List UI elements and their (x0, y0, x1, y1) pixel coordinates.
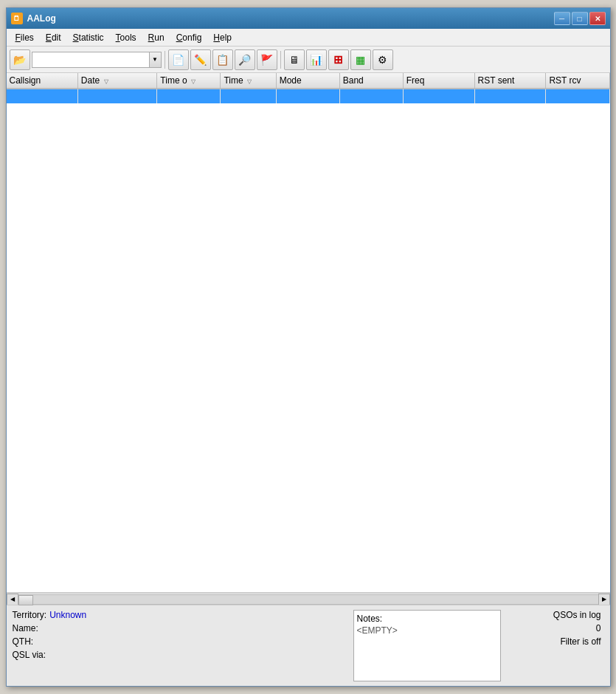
menu-statistic[interactable]: Statistic (67, 31, 110, 44)
col-timeo-sort-icon: ▽ (191, 78, 195, 85)
chart-button[interactable]: 📊 (306, 49, 327, 70)
flag-button[interactable]: 🚩 (257, 49, 277, 70)
menu-config-label: Config (176, 32, 202, 43)
title-controls: ─ □ ✕ (554, 12, 606, 25)
filter-status-label: Filter is off (560, 636, 601, 647)
search-icon: 🔎 (238, 54, 251, 66)
title-bar-left: 🗒 AALog (11, 13, 56, 24)
qth-row: QTH: (13, 636, 346, 647)
col-rstrcv-label: RST rcv (549, 75, 581, 86)
qso-count-value: 0 (596, 623, 601, 633)
window-title: AALog (27, 13, 56, 24)
col-rstsent-label: RST sent (478, 75, 515, 86)
notes-content: <EMPTY> (357, 625, 497, 636)
col-header-callsign[interactable]: Callsign (7, 73, 78, 89)
menu-help-label: Help (213, 32, 232, 43)
col-time-sort-icon: ▽ (247, 78, 252, 85)
menu-statistic-label: Statistic (73, 32, 104, 43)
name-row: Name: (13, 623, 346, 633)
menu-run-label: Run (148, 32, 165, 43)
edit-icon: ✏️ (194, 54, 207, 66)
col-freq-label: Freq (406, 75, 425, 86)
new-doc-icon: 📄 (172, 54, 184, 66)
toolbar-sep-2 (280, 51, 281, 69)
main-window: 🗒 AALog ─ □ ✕ Files Edit Statistic Tools… (6, 7, 611, 687)
menu-edit-label: Edit (46, 32, 61, 43)
minimize-button[interactable]: ─ (554, 12, 570, 25)
delete-button[interactable]: 📋 (212, 49, 233, 70)
log-selector-dropdown[interactable]: ▼ (150, 52, 162, 68)
col-mode-label: Mode (280, 75, 302, 86)
cell-timeo (157, 89, 221, 103)
dropdown-arrow-icon: ▼ (152, 56, 158, 63)
new-doc-button[interactable]: 📄 (168, 49, 189, 70)
menu-files-label: Files (15, 32, 34, 43)
search-button[interactable]: 🔎 (235, 49, 255, 70)
log-table: Callsign Date ▽ Time o ▽ Time ▽ (7, 73, 610, 103)
menu-config[interactable]: Config (170, 31, 208, 44)
col-header-band[interactable]: Band (339, 73, 403, 89)
table-row[interactable] (7, 89, 610, 103)
cell-mode (276, 89, 339, 103)
qso-status: QSOs in log 0 Filter is off (508, 610, 604, 681)
col-header-freq[interactable]: Freq (403, 73, 474, 89)
menu-edit[interactable]: Edit (40, 31, 67, 44)
col-callsign-label: Callsign (10, 75, 41, 86)
horizontal-scrollbar[interactable]: ◀ ▶ (7, 593, 610, 605)
qth-label: QTH: (13, 636, 34, 647)
notes-title: Notes: (357, 614, 497, 624)
log-selector-input[interactable] (32, 52, 150, 68)
scroll-thumb[interactable] (18, 595, 33, 605)
station-info: Territory: Unknown Name: QTH: QSL via: (13, 610, 346, 681)
cell-time (221, 89, 276, 103)
scroll-track[interactable] (18, 594, 598, 605)
status-bar: Territory: Unknown Name: QTH: QSL via: N… (7, 605, 610, 686)
col-header-date[interactable]: Date ▽ (77, 73, 157, 89)
log-selector-combo: ▼ (32, 52, 162, 68)
scroll-left-button[interactable]: ◀ (7, 594, 18, 605)
cell-date (77, 89, 157, 103)
territory-row: Territory: Unknown (13, 610, 346, 620)
menu-bar: Files Edit Statistic Tools Run Config He… (7, 29, 610, 47)
cell-freq (403, 89, 474, 103)
table-header-row: Callsign Date ▽ Time o ▽ Time ▽ (7, 73, 610, 89)
menu-tools[interactable]: Tools (110, 31, 142, 44)
col-header-mode[interactable]: Mode (276, 73, 339, 89)
col-header-timeo[interactable]: Time o ▽ (157, 73, 221, 89)
chart-icon: 📊 (310, 54, 322, 66)
col-header-time[interactable]: Time ▽ (221, 73, 276, 89)
grid2-button[interactable]: ▦ (350, 49, 371, 70)
col-timeo-label: Time o (160, 75, 187, 86)
flag-icon: 🚩 (260, 54, 273, 66)
qso-in-log-label: QSOs in log (553, 610, 601, 620)
cell-rstrcv (546, 89, 609, 103)
col-header-rstsent[interactable]: RST sent (474, 73, 546, 89)
col-band-label: Band (343, 75, 364, 86)
scroll-right-icon: ▶ (602, 596, 606, 602)
grid1-button[interactable]: ⊞ (328, 49, 349, 70)
toolbar-sep-1 (165, 51, 165, 69)
menu-run[interactable]: Run (142, 31, 170, 44)
qsl-row: QSL via: (13, 650, 346, 660)
qsl-label: QSL via: (13, 650, 46, 660)
monitor-button[interactable]: 🖥 (284, 49, 305, 70)
menu-help[interactable]: Help (207, 31, 238, 44)
open-folder-button[interactable]: 📂 (10, 49, 30, 70)
restore-button[interactable]: □ (572, 12, 588, 25)
toolbar: 📂 ▼ 📄 ✏️ 📋 🔎 🚩 (7, 47, 610, 73)
cell-rstsent (474, 89, 546, 103)
scroll-right-button[interactable]: ▶ (598, 594, 610, 605)
notes-box: Notes: <EMPTY> (353, 610, 501, 681)
delete-icon: 📋 (216, 54, 229, 66)
name-label: Name: (13, 623, 38, 633)
menu-tools-label: Tools (116, 32, 136, 43)
close-button[interactable]: ✕ (589, 12, 606, 25)
app-icon: 🗒 (11, 13, 23, 24)
menu-files[interactable]: Files (10, 31, 40, 44)
edit-button[interactable]: ✏️ (190, 49, 211, 70)
settings-button[interactable]: ⚙ (373, 49, 393, 70)
log-table-container[interactable]: Callsign Date ▽ Time o ▽ Time ▽ (7, 73, 610, 593)
cell-callsign (7, 89, 78, 103)
col-header-rstrcv[interactable]: RST rcv (546, 73, 609, 89)
territory-label: Territory: (13, 610, 47, 620)
